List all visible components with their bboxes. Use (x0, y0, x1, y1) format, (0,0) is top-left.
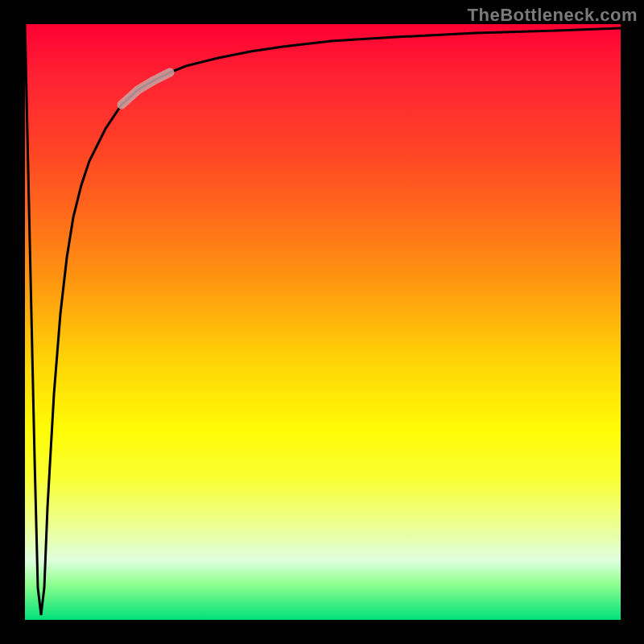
curve-highlight (122, 72, 170, 105)
curve-line (25, 24, 621, 615)
watermark-text: TheBottleneck.com (468, 5, 638, 26)
curve-svg (25, 24, 621, 620)
chart-stage: TheBottleneck.com (0, 0, 644, 644)
